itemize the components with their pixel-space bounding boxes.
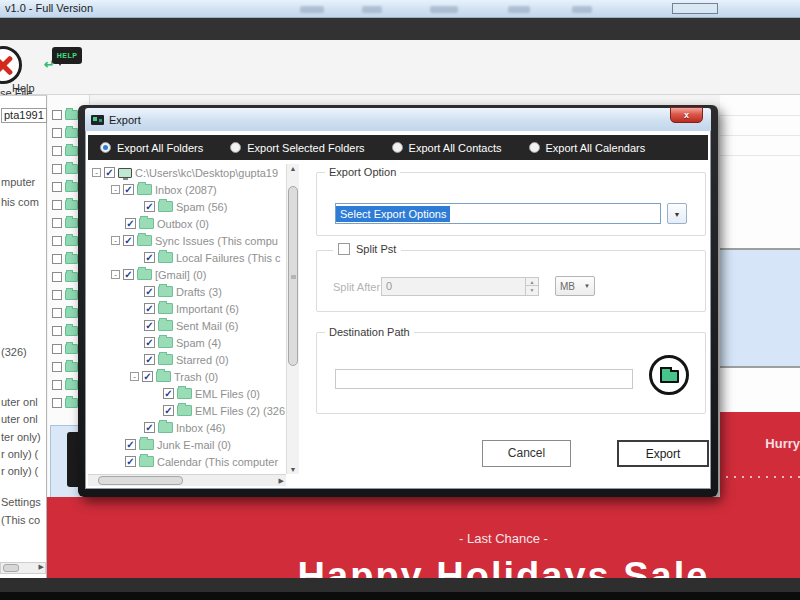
radio-option-1[interactable]: Export Selected Folders <box>230 142 364 154</box>
background-folder-row[interactable] <box>52 108 78 122</box>
background-folder-row[interactable] <box>52 144 78 158</box>
tree-checkbox[interactable] <box>144 303 155 314</box>
tree-item[interactable]: EML Files (0) <box>88 385 286 402</box>
tree-checkbox[interactable] <box>125 218 136 229</box>
tree-item[interactable]: Calendar (This computer <box>88 453 286 470</box>
tree-checkbox[interactable] <box>163 405 174 416</box>
tree-item[interactable]: [Gmail] (0) <box>88 266 286 283</box>
tree-item[interactable]: Local Failures (This c <box>88 249 286 266</box>
scroll-up-arrow[interactable]: ▲ <box>287 165 299 172</box>
spinner-down-button[interactable]: ▼ <box>526 286 538 294</box>
row-checkbox[interactable] <box>52 182 62 192</box>
background-folder-row[interactable] <box>52 252 78 266</box>
spinner-up-button[interactable]: ▲ <box>526 278 538 286</box>
titlebar-control[interactable] <box>672 3 718 14</box>
cancel-button[interactable]: Cancel <box>482 440 571 467</box>
tree-item[interactable]: Drafts (3) <box>88 283 286 300</box>
row-checkbox[interactable] <box>52 398 62 408</box>
radio-option-0[interactable]: Export All Folders <box>100 142 203 154</box>
dialog-close-button[interactable]: x <box>670 107 703 123</box>
scrollbar-thumb[interactable] <box>98 476 183 485</box>
background-folder-row[interactable] <box>52 324 78 338</box>
help-button[interactable]: ↵ HELP <box>44 45 86 85</box>
row-checkbox[interactable] <box>52 128 62 138</box>
tree-item[interactable]: Sent Mail (6) <box>88 317 286 334</box>
expand-icon[interactable] <box>111 236 120 245</box>
background-folder-row[interactable] <box>52 180 78 194</box>
split-pst-checkbox[interactable] <box>338 243 350 255</box>
tree-item[interactable]: Sync Issues (This compu <box>88 232 286 249</box>
background-folder-row[interactable] <box>52 306 78 320</box>
tree-item[interactable]: Spam (56) <box>88 198 286 215</box>
expand-icon[interactable] <box>130 372 139 381</box>
row-checkbox[interactable] <box>52 290 62 300</box>
row-checkbox[interactable] <box>52 362 62 372</box>
row-checkbox[interactable] <box>52 110 62 120</box>
tree-checkbox[interactable] <box>144 252 155 263</box>
tree-checkbox[interactable] <box>163 388 174 399</box>
scroll-down-arrow[interactable]: ▼ <box>287 466 299 473</box>
destination-path-input[interactable] <box>335 369 633 389</box>
background-folder-row[interactable] <box>52 270 78 284</box>
tree-item[interactable]: Starred (0) <box>88 351 286 368</box>
background-folder-row[interactable] <box>52 126 78 140</box>
expand-icon[interactable] <box>111 185 120 194</box>
tree-checkbox[interactable] <box>144 354 155 365</box>
row-checkbox[interactable] <box>52 308 62 318</box>
tree-item[interactable]: Outbox (0) <box>88 215 286 232</box>
browse-folder-button[interactable] <box>649 355 689 395</box>
tree-checkbox[interactable] <box>104 167 115 178</box>
tree-item[interactable]: Important (6) <box>88 300 286 317</box>
background-folder-row[interactable] <box>52 378 78 392</box>
background-folder-row[interactable] <box>52 216 78 230</box>
background-folder-row[interactable] <box>52 360 78 374</box>
tree-vscrollbar[interactable]: ▲ ▼ <box>286 164 299 474</box>
expand-icon[interactable] <box>92 168 101 177</box>
row-checkbox[interactable] <box>52 254 62 264</box>
tree-item[interactable]: Spam (4) <box>88 334 286 351</box>
tree-checkbox[interactable] <box>144 422 155 433</box>
row-checkbox[interactable] <box>52 164 62 174</box>
unit-combobox[interactable]: MB ▼ <box>555 276 595 296</box>
tree-checkbox[interactable] <box>142 371 153 382</box>
combobox-dropdown-button[interactable]: ▼ <box>667 203 687 224</box>
row-checkbox[interactable] <box>52 200 62 210</box>
row-checkbox[interactable] <box>52 380 62 390</box>
background-folder-row[interactable] <box>52 288 78 302</box>
tree-hscrollbar[interactable]: ▶ <box>88 474 286 486</box>
close-file-icon[interactable] <box>0 46 22 84</box>
tree-item[interactable]: Inbox (2087) <box>88 181 286 198</box>
tree-checkbox[interactable] <box>144 320 155 331</box>
export-option-combobox[interactable]: Select Export Options <box>335 203 661 224</box>
row-checkbox[interactable] <box>52 146 62 156</box>
scroll-right-arrow[interactable]: ▶ <box>39 563 44 571</box>
row-checkbox[interactable] <box>52 344 62 354</box>
background-folder-row[interactable] <box>52 234 78 248</box>
export-button[interactable]: Export <box>617 440 709 467</box>
row-checkbox[interactable] <box>52 218 62 228</box>
row-checkbox[interactable] <box>52 272 62 282</box>
scrollbar-thumb[interactable] <box>3 564 19 572</box>
radio-option-2[interactable]: Export All Contacts <box>392 142 502 154</box>
background-folder-row[interactable] <box>52 198 78 212</box>
tree-checkbox[interactable] <box>125 439 136 450</box>
scroll-right-arrow[interactable]: ▶ <box>279 477 284 485</box>
background-folder-row[interactable] <box>52 342 78 356</box>
tree-item[interactable]: C:\Users\kc\Desktop\gupta19 <box>88 164 286 181</box>
expand-icon[interactable] <box>111 270 120 279</box>
row-checkbox[interactable] <box>52 326 62 336</box>
sidebar-hscrollbar[interactable]: ▶ <box>0 562 46 574</box>
tree-checkbox[interactable] <box>123 269 134 280</box>
tree-checkbox[interactable] <box>123 184 134 195</box>
row-checkbox[interactable] <box>52 236 62 246</box>
background-folder-row[interactable] <box>52 162 78 176</box>
tree-checkbox[interactable] <box>144 337 155 348</box>
tree-item[interactable]: Junk E-mail (0) <box>88 436 286 453</box>
background-folder-row[interactable] <box>52 396 78 410</box>
tree-checkbox[interactable] <box>125 456 136 467</box>
split-size-spinner[interactable]: 0 ▲ ▼ <box>381 277 539 296</box>
tree-checkbox[interactable] <box>144 201 155 212</box>
tree-item[interactable]: EML Files (2) (326 <box>88 402 286 419</box>
tree-item[interactable]: Inbox (46) <box>88 419 286 436</box>
tree-checkbox[interactable] <box>144 286 155 297</box>
